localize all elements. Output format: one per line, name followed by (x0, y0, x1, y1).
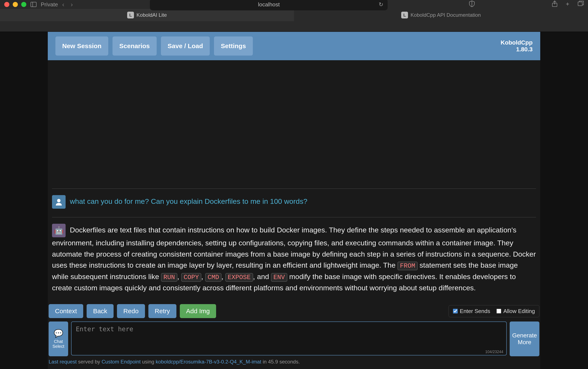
window-controls (4, 2, 26, 7)
allow-editing-checkbox[interactable] (496, 309, 501, 313)
tab-kobold-lite[interactable]: L KoboldAI Lite (0, 9, 294, 21)
refresh-icon[interactable]: ↻ (379, 1, 383, 8)
divider (52, 189, 536, 189)
chat-spacer (48, 64, 540, 184)
tab-kobold-api-docs[interactable]: L KoboldCpp API Documentation (294, 9, 588, 21)
window-close[interactable] (4, 2, 9, 7)
endpoint-link[interactable]: Custom Endpoint (102, 359, 140, 365)
user-avatar-icon (52, 195, 66, 209)
generate-more-button[interactable]: Generate More (510, 321, 539, 356)
tab-favicon: L (401, 12, 408, 19)
tab-favicon: L (127, 12, 134, 19)
code-env: ENV (271, 273, 287, 282)
app-version: KoboldCpp 1.80.3 (501, 39, 533, 53)
app-header: New Session Scenarios Save / Load Settin… (48, 32, 540, 60)
code-expose: EXPOSE (225, 273, 253, 282)
chat-area: what can you do for me? Can you explain … (48, 60, 540, 302)
back-button[interactable]: Back (87, 304, 114, 318)
token-count: 104/23244 (485, 350, 503, 354)
share-icon[interactable] (552, 1, 557, 9)
status-line: Last request served by Custom Endpoint u… (48, 358, 540, 369)
window-minimize[interactable] (13, 2, 18, 7)
enter-sends-checkbox[interactable] (453, 309, 458, 313)
context-button[interactable]: Context (49, 304, 83, 318)
code-run: RUN (161, 273, 177, 282)
tab-row: L KoboldAI Lite L KoboldCpp API Document… (0, 9, 588, 21)
last-request-link[interactable]: Last request (49, 359, 77, 365)
window-zoom[interactable] (21, 2, 26, 7)
new-tab-icon[interactable]: + (566, 1, 569, 9)
save-load-button[interactable]: Save / Load (161, 37, 210, 56)
redo-button[interactable]: Redo (117, 304, 145, 318)
code-from: FROM (398, 262, 418, 270)
input-row: 💬 Chat Select 104/23244 Generate More (48, 320, 540, 358)
model-link[interactable]: koboldcpp/Erosumika-7B-v3-0.2-Q4_K_M-ima… (156, 359, 261, 365)
allow-editing-option[interactable]: Allow Editing (496, 308, 535, 315)
tabs-overview-icon[interactable] (578, 1, 584, 9)
bot-avatar-icon: 🤖 (52, 224, 66, 237)
sidebar-toggle-icon[interactable] (31, 2, 37, 7)
user-message-text: what can you do for me? Can you explain … (70, 197, 307, 205)
url-bar[interactable]: localhost ↻ (150, 0, 388, 10)
options-box: Enter Sends Allow Editing (449, 305, 539, 317)
tab-title: KoboldCpp API Documentation (410, 12, 481, 18)
divider (52, 217, 536, 217)
bot-text: , (177, 272, 181, 280)
bot-message: 🤖Dockerfiles are text files that contain… (48, 222, 540, 296)
code-copy: COPY (181, 273, 201, 282)
new-session-button[interactable]: New Session (55, 37, 108, 56)
privacy-shield-icon[interactable] (469, 1, 475, 9)
add-img-button[interactable]: Add Img (180, 304, 216, 318)
settings-button[interactable]: Settings (214, 37, 252, 56)
action-bar: Context Back Redo Retry Add Img Enter Se… (48, 302, 540, 320)
svg-rect-0 (31, 2, 36, 7)
retry-button[interactable]: Retry (148, 304, 176, 318)
browser-chrome: Private ‹ › localhost ↻ + L KoboldAI Lit… (0, 0, 588, 32)
code-cmd: CMD (205, 273, 221, 282)
svg-point-5 (57, 199, 61, 202)
forward-arrow-icon[interactable]: › (71, 1, 73, 8)
url-text: localhost (258, 1, 280, 8)
bot-text: , (221, 272, 225, 280)
back-arrow-icon[interactable]: ‹ (62, 1, 64, 8)
app-container: New Session Scenarios Save / Load Settin… (0, 32, 588, 369)
svg-rect-4 (578, 2, 582, 6)
allow-editing-label: Allow Editing (503, 308, 535, 315)
tab-title: KoboldAI Lite (136, 12, 167, 18)
scenarios-button[interactable]: Scenarios (113, 37, 157, 56)
enter-sends-label: Enter Sends (460, 308, 490, 315)
user-message: what can you do for me? Can you explain … (48, 193, 540, 211)
bot-text: , and (253, 272, 271, 280)
enter-sends-option[interactable]: Enter Sends (453, 308, 490, 315)
private-label: Private (41, 1, 58, 8)
chat-select-icon: 💬 (54, 329, 63, 338)
chat-select-button[interactable]: 💬 Chat Select (49, 321, 68, 356)
bot-text: , (201, 272, 205, 280)
app-frame: New Session Scenarios Save / Load Settin… (48, 32, 540, 369)
text-input[interactable] (71, 321, 507, 355)
